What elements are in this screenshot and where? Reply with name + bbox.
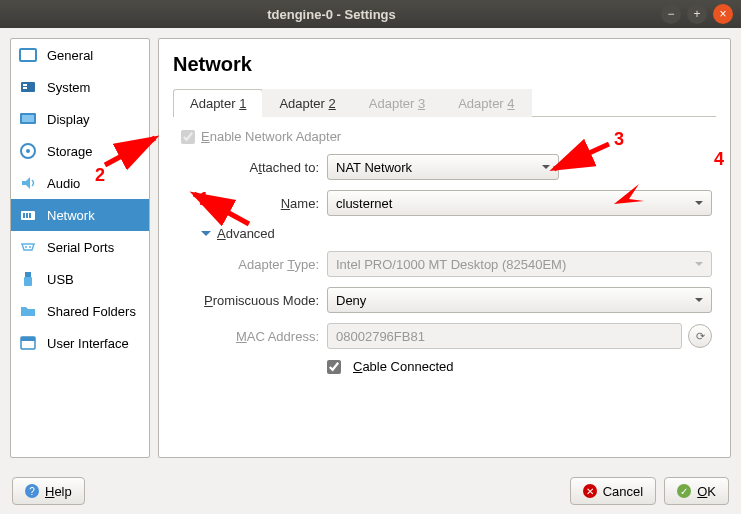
- titlebar: tdengine-0 - Settings − + ×: [0, 0, 741, 28]
- dialog-footer: ? HHelpelp ✕ Cancel ✓ OKOK: [0, 468, 741, 514]
- sidebar-item-label: General: [47, 48, 93, 63]
- svg-rect-10: [26, 213, 28, 218]
- window-minimize-button[interactable]: −: [661, 4, 681, 24]
- general-icon: [19, 46, 37, 64]
- mac-label: MAC Address:: [177, 329, 327, 344]
- help-button[interactable]: ? HHelpelp: [12, 477, 85, 505]
- svg-rect-9: [23, 213, 25, 218]
- cancel-button[interactable]: ✕ Cancel: [570, 477, 656, 505]
- svg-point-13: [29, 246, 31, 248]
- sidebar-item-general[interactable]: General: [11, 39, 149, 71]
- svg-rect-11: [29, 213, 31, 218]
- help-icon: ?: [25, 484, 39, 498]
- sidebar-item-serial-ports[interactable]: Serial Ports: [11, 231, 149, 263]
- sidebar-item-label: USB: [47, 272, 74, 287]
- tab-adapter-2[interactable]: Adapter 2: [262, 89, 352, 117]
- name-label: Name:: [177, 196, 327, 211]
- window-maximize-button[interactable]: +: [687, 4, 707, 24]
- network-icon: [19, 206, 37, 224]
- sidebar-item-label: Display: [47, 112, 90, 127]
- svg-rect-2: [23, 84, 27, 86]
- window-close-button[interactable]: ×: [713, 4, 733, 24]
- serial-icon: [19, 238, 37, 256]
- sidebar-item-shared-folders[interactable]: Shared Folders: [11, 295, 149, 327]
- sidebar-item-label: User Interface: [47, 336, 129, 351]
- enable-adapter-checkbox[interactable]: [181, 130, 195, 144]
- sidebar-item-display[interactable]: Display: [11, 103, 149, 135]
- attached-to-label: Attached to:: [177, 160, 327, 175]
- svg-point-12: [25, 246, 27, 248]
- audio-icon: [19, 174, 37, 192]
- cancel-icon: ✕: [583, 484, 597, 498]
- svg-rect-14: [25, 272, 31, 277]
- sidebar-item-label: Storage: [47, 144, 93, 159]
- advanced-toggle[interactable]: Advanced: [201, 226, 712, 241]
- window-title: tdengine-0 - Settings: [8, 7, 655, 22]
- svg-rect-5: [22, 115, 34, 122]
- mac-address-field: 08002796FB81: [327, 323, 682, 349]
- adapter-type-label: Adapter Type:: [177, 257, 327, 272]
- ui-icon: [19, 334, 37, 352]
- page-title: Network: [173, 53, 716, 76]
- cable-connected-checkbox[interactable]: [327, 360, 341, 374]
- chevron-down-icon: [201, 231, 211, 241]
- sidebar-item-storage[interactable]: Storage: [11, 135, 149, 167]
- ok-button[interactable]: ✓ OKOK: [664, 477, 729, 505]
- svg-point-7: [26, 149, 30, 153]
- adapter-type-select: Intel PRO/1000 MT Desktop (82540EM): [327, 251, 712, 277]
- cable-connected-label: Cable Connected: [353, 359, 453, 374]
- svg-rect-0: [20, 49, 36, 61]
- sidebar-item-label: Audio: [47, 176, 80, 191]
- svg-rect-3: [23, 87, 27, 89]
- folder-icon: [19, 302, 37, 320]
- sidebar-item-label: Shared Folders: [47, 304, 136, 319]
- svg-rect-15: [24, 277, 32, 286]
- tab-adapter-4[interactable]: Adapter 4: [441, 89, 531, 117]
- usb-icon: [19, 270, 37, 288]
- sidebar-item-audio[interactable]: Audio: [11, 167, 149, 199]
- promiscuous-select[interactable]: Deny: [327, 287, 712, 313]
- storage-icon: [19, 142, 37, 160]
- main-panel: Network Adapter 1 Adapter 2 Adapter 3 Ad…: [158, 38, 731, 458]
- ok-icon: ✓: [677, 484, 691, 498]
- sidebar-item-network[interactable]: Network: [11, 199, 149, 231]
- display-icon: [19, 110, 37, 128]
- adapter-tabs: Adapter 1 Adapter 2 Adapter 3 Adapter 4: [173, 88, 716, 117]
- sidebar-item-usb[interactable]: USB: [11, 263, 149, 295]
- attached-to-select[interactable]: NAT Network: [327, 154, 559, 180]
- sidebar-item-label: Network: [47, 208, 95, 223]
- tab-adapter-1[interactable]: Adapter 1: [173, 89, 263, 117]
- promiscuous-label: Promiscuous Mode:: [177, 293, 327, 308]
- name-select[interactable]: clusternet: [327, 190, 712, 216]
- sidebar-item-system[interactable]: System: [11, 71, 149, 103]
- settings-sidebar: General System Display Storage Audio Net…: [10, 38, 150, 458]
- refresh-mac-button[interactable]: ⟳: [688, 324, 712, 348]
- sidebar-item-label: System: [47, 80, 90, 95]
- system-icon: [19, 78, 37, 96]
- enable-adapter-label: EEnable Network Adapternable Network Ada…: [201, 129, 341, 144]
- sidebar-item-user-interface[interactable]: User Interface: [11, 327, 149, 359]
- tab-adapter-3[interactable]: Adapter 3: [352, 89, 442, 117]
- svg-rect-17: [21, 337, 35, 341]
- sidebar-item-label: Serial Ports: [47, 240, 114, 255]
